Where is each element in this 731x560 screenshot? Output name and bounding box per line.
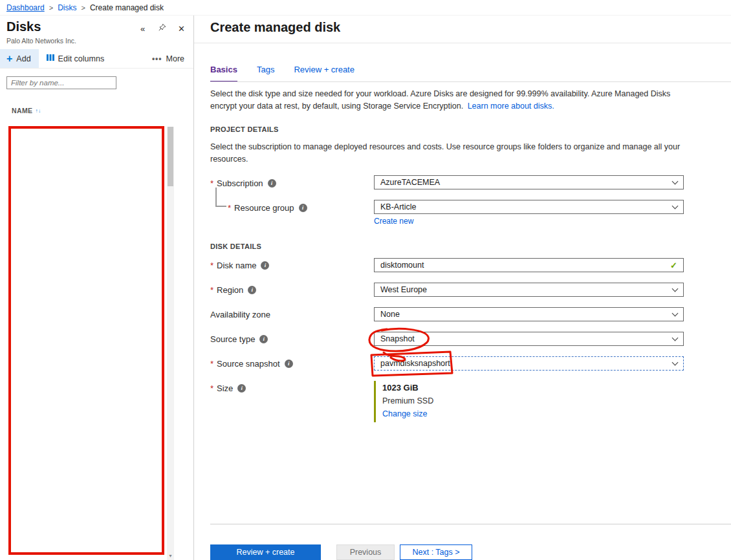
subscription-dropdown[interactable]: AzureTACEMEA <box>374 175 684 189</box>
required-asterisk: * <box>210 285 213 295</box>
source-snapshot-dropdown[interactable]: pavmdisksnapshort <box>374 356 684 371</box>
subscription-value: AzureTACEMEA <box>380 178 440 187</box>
chevron-down-icon <box>672 310 679 316</box>
chevron-down-icon <box>672 202 679 209</box>
region-value: West Europe <box>380 285 427 294</box>
project-details-description: Select the subscription to manage deploy… <box>210 141 686 166</box>
panel-toolbar: + Add Edit columns ••• More <box>0 49 193 68</box>
scroll-down-icon[interactable]: ▼ <box>167 552 174 560</box>
resource-group-connector <box>215 188 226 207</box>
disk-details-heading: DISK DETAILS <box>210 242 261 250</box>
breadcrumb-current: Create managed disk <box>90 3 164 12</box>
chevron-down-icon <box>672 178 679 184</box>
breadcrumb-separator: > <box>82 4 85 12</box>
valid-check-icon: ✓ <box>670 261 677 270</box>
edit-columns-label: Edit columns <box>58 54 105 63</box>
info-icon[interactable]: i <box>248 286 256 294</box>
availability-zone-dropdown[interactable]: None <box>374 307 684 321</box>
breadcrumb-separator: > <box>49 4 53 12</box>
info-icon[interactable]: i <box>268 179 276 188</box>
close-icon[interactable]: ✕ <box>176 23 187 34</box>
panel-header-icons: « ✕ <box>137 23 187 34</box>
panel-subtitle: Palo Alto Networks Inc. <box>6 37 76 45</box>
more-button[interactable]: ••• More <box>144 54 193 63</box>
add-button-label: Add <box>16 54 30 63</box>
footer-divider <box>210 524 731 524</box>
disk-name-input[interactable] <box>380 259 670 272</box>
name-column-header[interactable]: NAME ↑↓ <box>12 107 41 114</box>
required-asterisk: * <box>210 359 213 369</box>
size-tier: Premium SSD <box>382 396 433 405</box>
breadcrumb: Dashboard > Disks > Create managed disk <box>0 0 731 16</box>
tab-basics[interactable]: Basics <box>210 65 237 82</box>
create-managed-disk-blade: Create managed disk Basics Tags Review +… <box>194 16 731 560</box>
header-divider <box>194 43 731 43</box>
source-type-value: Snapshot <box>380 334 415 343</box>
disk-name-label-text: Disk name <box>217 261 256 270</box>
source-snapshot-value: pavmdisksnapshort <box>380 359 450 368</box>
chevron-down-icon <box>672 285 679 292</box>
breadcrumb-dashboard[interactable]: Dashboard <box>6 3 45 12</box>
intro-text: Select the disk type and size needed for… <box>210 88 689 113</box>
disks-panel: Disks Palo Alto Networks Inc. « ✕ + Add … <box>0 16 194 560</box>
subscription-label: * Subscription i <box>210 178 276 188</box>
info-icon[interactable]: i <box>299 204 307 212</box>
region-label: * Region i <box>210 285 256 295</box>
next-tags-button[interactable]: Next : Tags > <box>400 544 472 560</box>
previous-button[interactable]: Previous <box>336 544 395 560</box>
info-icon[interactable]: i <box>237 384 246 393</box>
edit-columns-button[interactable]: Edit columns <box>39 54 113 63</box>
pin-icon[interactable] <box>157 23 168 34</box>
tab-review-create[interactable]: Review + create <box>294 65 355 82</box>
size-label-text: Size <box>217 383 233 393</box>
source-type-dropdown[interactable]: Snapshot <box>374 332 684 346</box>
subscription-label-text: Subscription <box>217 178 263 188</box>
required-asterisk: * <box>210 178 213 188</box>
info-icon[interactable]: i <box>261 261 269 270</box>
learn-more-link[interactable]: Learn more about disks. <box>468 102 554 111</box>
plus-icon: + <box>6 54 12 64</box>
tab-tags[interactable]: Tags <box>257 65 274 82</box>
chevron-down-icon <box>672 359 679 365</box>
toolbar-divider <box>0 68 193 69</box>
availability-zone-value: None <box>380 310 400 319</box>
required-asterisk: * <box>210 383 213 393</box>
page-title: Create managed disk <box>210 20 340 35</box>
size-value: 1023 GiB <box>382 383 433 393</box>
size-display: 1023 GiB Premium SSD Change size <box>374 381 433 422</box>
info-icon[interactable]: i <box>259 335 268 343</box>
panel-title: Disks <box>6 19 41 34</box>
availability-zone-label: Availability zone <box>210 309 270 319</box>
source-snapshot-label: * Source snapshot i <box>210 358 293 369</box>
region-label-text: Region <box>217 285 243 295</box>
resource-group-dropdown[interactable]: KB-Article <box>374 200 684 214</box>
resource-group-label: * Resource group i <box>228 202 307 213</box>
disk-name-label: * Disk name i <box>210 260 269 270</box>
more-icon: ••• <box>152 54 162 63</box>
filter-input[interactable] <box>6 76 116 89</box>
tab-bar: Basics Tags Review + create <box>210 65 355 82</box>
resource-group-value: KB-Article <box>380 202 417 211</box>
resource-group-label-text: Resource group <box>234 203 294 213</box>
source-type-label-text: Source type <box>210 334 255 344</box>
name-column-label: NAME <box>12 107 33 114</box>
source-snapshot-label-text: Source snapshot <box>217 359 280 369</box>
size-label: * Size i <box>210 383 246 393</box>
required-asterisk: * <box>210 261 213 270</box>
review-create-button[interactable]: Review + create <box>210 544 321 560</box>
project-details-heading: PROJECT DETAILS <box>210 125 279 133</box>
availability-zone-label-text: Availability zone <box>210 310 270 319</box>
scrollbar[interactable]: ▼ <box>167 127 174 560</box>
region-dropdown[interactable]: West Europe <box>374 283 684 297</box>
add-button[interactable]: + Add <box>0 49 39 68</box>
change-size-link[interactable]: Change size <box>382 409 433 418</box>
breadcrumb-disks[interactable]: Disks <box>58 3 76 12</box>
info-icon[interactable]: i <box>285 360 293 368</box>
sort-icon: ↑↓ <box>36 108 41 114</box>
create-new-link[interactable]: Create new <box>374 217 413 226</box>
scrollbar-thumb[interactable] <box>168 127 173 186</box>
chevron-down-icon <box>672 334 679 341</box>
collapse-panel-icon[interactable]: « <box>137 23 148 34</box>
disk-name-field[interactable]: ✓ <box>374 258 684 272</box>
source-type-label: Source type i <box>210 334 268 344</box>
